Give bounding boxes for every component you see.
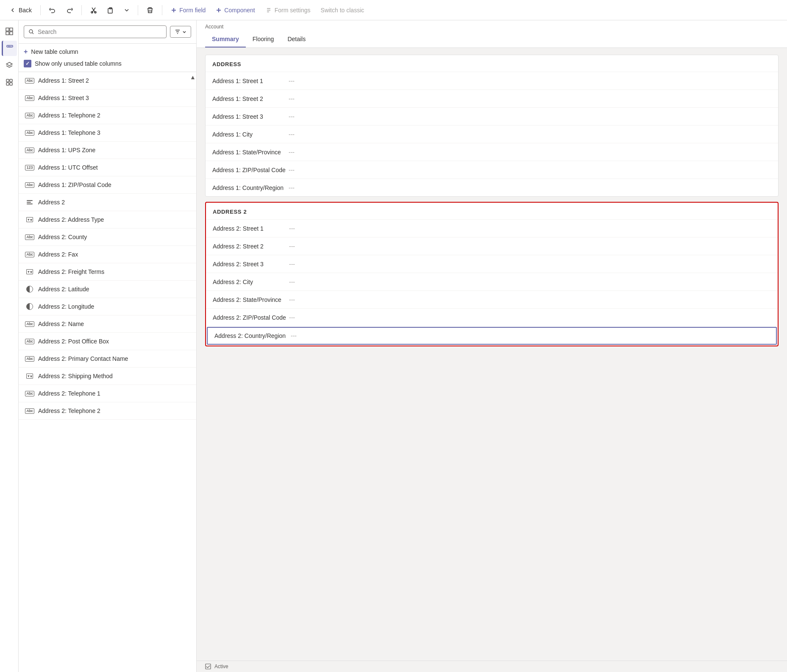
field-item[interactable]: Address 2: Longitude <box>19 298 196 315</box>
toolbar-divider-2 <box>81 5 82 15</box>
address2-city-label: Address 2: City <box>213 279 289 285</box>
field-item[interactable]: 123 Address 1: UTC Offset <box>19 159 196 176</box>
field-type-icon: Abc <box>25 128 34 137</box>
field-item[interactable]: Abc Address 1: Telephone 3 <box>19 124 196 142</box>
switch-classic-label: Switch to classic <box>321 7 364 14</box>
field-item-label: Address 2: Name <box>38 321 84 327</box>
address1-street2-value: --- <box>289 95 771 102</box>
field-item-label: Address 2: Freight Terms <box>38 268 104 275</box>
field-item[interactable]: Abc Address 1: Telephone 2 <box>19 107 196 124</box>
toolbar: Back <box>0 0 787 20</box>
address1-city-row: Address 1: City --- <box>206 125 778 143</box>
field-type-icon: Abc <box>25 146 34 154</box>
form-settings-label: Form settings <box>275 7 311 14</box>
new-table-column-row[interactable]: + New table column <box>24 48 191 56</box>
dropdown-button[interactable] <box>120 5 133 15</box>
field-item[interactable]: Abc Address 2: Fax <box>19 246 196 263</box>
toolbar-divider-3 <box>138 5 138 15</box>
cut-button[interactable] <box>86 4 101 16</box>
field-item[interactable]: ▾ Address 2: Address Type <box>19 211 196 229</box>
field-item-label: Address 2: Longitude <box>38 303 94 310</box>
field-item[interactable]: ▾ Address 2: Freight Terms <box>19 263 196 281</box>
field-item[interactable]: Abc Address 2: County <box>19 229 196 246</box>
field-item-label: Address 1: Telephone 3 <box>38 129 100 136</box>
field-type-icon: ▾ <box>25 215 34 224</box>
address1-state-value: --- <box>289 149 771 156</box>
field-type-icon: Abc <box>25 320 34 328</box>
address2-section: ADDRESS 2 Address 2: Street 1 --- Addres… <box>205 202 779 346</box>
status-text: Active <box>214 664 228 669</box>
svg-text:Abc: Abc <box>8 45 12 48</box>
address2-street2-row: Address 2: Street 2 --- <box>206 237 778 255</box>
show-unused-checkbox[interactable] <box>24 60 31 67</box>
svg-rect-11 <box>10 79 12 82</box>
field-item[interactable]: Abc Address 1: Street 2 <box>19 72 196 89</box>
fields-panel: + New table column Show only unused tabl… <box>19 20 197 672</box>
tab-flooring[interactable]: Flooring <box>246 31 281 47</box>
field-item[interactable]: Address 2: Latitude <box>19 281 196 298</box>
filter-dropdown-icon <box>182 30 186 34</box>
form-field-label: Form field <box>179 7 206 14</box>
svg-rect-4 <box>6 28 9 31</box>
back-button[interactable]: Back <box>5 4 36 16</box>
field-item[interactable]: Abc Address 2: Post Office Box <box>19 333 196 350</box>
field-item-label: Address 2 <box>38 199 65 206</box>
tab-details[interactable]: Details <box>281 31 312 47</box>
address2-street1-label: Address 2: Street 1 <box>213 225 289 232</box>
status-bar: Active <box>197 661 787 672</box>
field-type-icon: Abc <box>25 250 34 259</box>
address1-street1-row: Address 1: Street 1 --- <box>206 72 778 89</box>
address2-zip-label: Address 2: ZIP/Postal Code <box>213 314 289 321</box>
fields-options: + New table column Show only unused tabl… <box>19 44 196 72</box>
field-type-icon <box>25 285 34 293</box>
tab-summary[interactable]: Summary <box>205 31 246 47</box>
field-item-label: Address 2: Latitude <box>38 286 89 293</box>
address1-street2-label: Address 1: Street 2 <box>212 95 289 102</box>
filter-button[interactable] <box>170 26 191 38</box>
address2-city-row: Address 2: City --- <box>206 273 778 290</box>
field-item[interactable]: Abc Address 2: Telephone 2 <box>19 402 196 420</box>
component-label: Component <box>224 7 255 14</box>
field-item-label: Address 2: Post Office Box <box>38 338 109 345</box>
delete-button[interactable] <box>142 4 158 16</box>
search-input-wrapper[interactable] <box>24 25 167 38</box>
sidebar-icon-layers[interactable] <box>2 58 17 73</box>
undo-button[interactable] <box>45 4 60 16</box>
address1-city-value: --- <box>289 131 771 138</box>
toolbar-divider-1 <box>40 5 41 15</box>
address2-country-label: Address 2: Country/Region <box>214 332 291 339</box>
form-settings-button[interactable]: Form settings <box>261 4 315 16</box>
svg-rect-10 <box>6 79 9 82</box>
field-item[interactable]: Abc Address 2: Name <box>19 315 196 333</box>
sidebar-icon-fields[interactable]: Abc <box>2 41 17 56</box>
field-item[interactable]: Abc Address 2: Telephone 1 <box>19 385 196 402</box>
field-type-icon: Abc <box>25 389 34 398</box>
field-type-icon: Abc <box>25 181 34 189</box>
address2-country-row[interactable]: Address 2: Country/Region --- <box>207 327 777 345</box>
switch-classic-button[interactable]: Switch to classic <box>317 4 369 16</box>
paste-button[interactable] <box>103 4 118 16</box>
address-section: ADDRESS Address 1: Street 1 --- Address … <box>205 55 779 197</box>
paste-icon <box>107 7 114 14</box>
sidebar-icon-components[interactable] <box>2 75 17 90</box>
field-item[interactable]: Abc Address 1: ZIP/Postal Code <box>19 176 196 194</box>
form-field-button[interactable]: Form field <box>167 4 210 16</box>
field-item[interactable]: Abc Address 1: UPS Zone <box>19 142 196 159</box>
address1-street1-value: --- <box>289 78 771 84</box>
field-item[interactable]: Abc Address 2: Primary Contact Name <box>19 350 196 368</box>
address2-street3-row: Address 2: Street 3 --- <box>206 255 778 273</box>
field-item[interactable]: Address 2 <box>19 194 196 211</box>
field-item-label: Address 1: UTC Offset <box>38 164 98 171</box>
delete-icon <box>147 7 153 14</box>
field-item[interactable]: ▾ Address 2: Shipping Method <box>19 368 196 385</box>
field-item[interactable]: Abc Address 1: Street 3 <box>19 89 196 107</box>
redo-button[interactable] <box>62 4 77 16</box>
show-unused-row[interactable]: Show only unused table columns <box>24 60 191 67</box>
search-bar <box>19 20 196 44</box>
search-input[interactable] <box>38 28 162 35</box>
sidebar-icon-grid[interactable] <box>2 24 17 39</box>
component-button[interactable]: Component <box>211 4 259 16</box>
grid-icon <box>6 28 13 35</box>
address1-country-value: --- <box>289 184 771 191</box>
address2-state-value: --- <box>289 296 771 303</box>
